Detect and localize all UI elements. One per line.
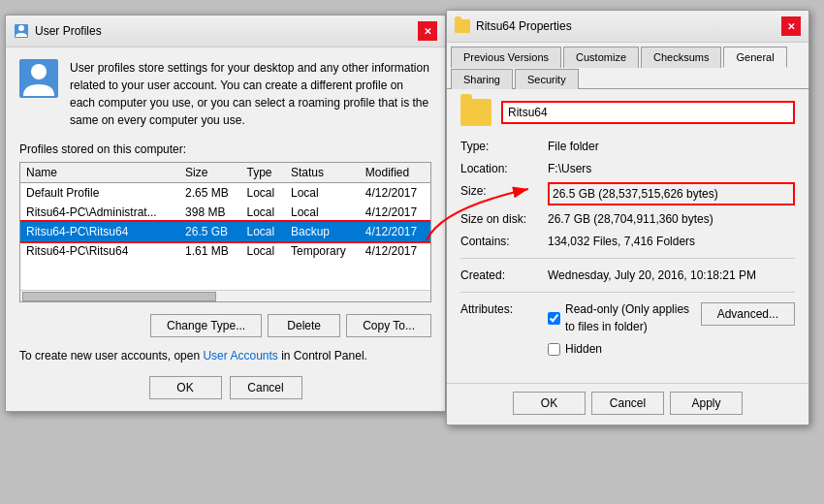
properties-titlebar: Ritsu64 Properties ✕ bbox=[447, 11, 808, 43]
row-size: 26.5 GB bbox=[179, 222, 240, 241]
row-name: Ritsu64-PC\Ritsu64 bbox=[20, 222, 179, 241]
delete-button[interactable]: Delete bbox=[268, 314, 340, 337]
tab-sharing[interactable]: Sharing bbox=[451, 69, 513, 89]
size-on-disk-value: 26.7 GB (28,704,911,360 bytes) bbox=[548, 210, 795, 228]
col-name: Name bbox=[20, 163, 179, 183]
row-type: Local bbox=[241, 183, 286, 204]
col-status: Status bbox=[285, 163, 360, 183]
tab-customize[interactable]: Customize bbox=[563, 47, 639, 68]
folder-icon-large bbox=[460, 99, 491, 126]
copy-to-button[interactable]: Copy To... bbox=[346, 314, 431, 337]
row-size: 2.65 MB bbox=[179, 183, 240, 204]
tab-checksums[interactable]: Checksums bbox=[641, 47, 721, 68]
horizontal-scrollbar[interactable] bbox=[20, 290, 430, 301]
info-section: User profiles store settings for your de… bbox=[19, 59, 431, 129]
table-row-selected[interactable]: Ritsu64-PC\Ritsu64 26.5 GB Local Backup … bbox=[20, 222, 430, 241]
row-status: Temporary bbox=[285, 241, 360, 261]
user-profiles-dialog: User Profiles ✕ User profiles store sett… bbox=[5, 15, 446, 412]
properties-body: Type: File folder Location: F:\Users Siz… bbox=[447, 89, 808, 377]
profile-action-buttons: Change Type... Delete Copy To... bbox=[19, 314, 431, 337]
properties-title: Ritsu64 Properties bbox=[476, 19, 572, 33]
created-value: Wednesday, July 20, 2016, 10:18:21 PM bbox=[548, 267, 795, 284]
attributes-label: Attributes: bbox=[460, 300, 548, 362]
row-status: Local bbox=[285, 183, 360, 204]
advanced-button[interactable]: Advanced... bbox=[701, 302, 795, 326]
user-accounts-link[interactable]: User Accounts bbox=[203, 349, 277, 362]
user-profiles-body: User profiles store settings for your de… bbox=[6, 47, 445, 411]
type-label: Type: bbox=[460, 138, 548, 155]
change-type-button[interactable]: Change Type... bbox=[150, 314, 262, 337]
row-modified: 4/12/2017 bbox=[360, 203, 430, 222]
contains-value: 134,032 Files, 7,416 Folders bbox=[548, 233, 795, 250]
divider2 bbox=[460, 292, 795, 293]
row-modified: 4/12/2017 bbox=[360, 222, 430, 241]
info-text: User profiles store settings for your de… bbox=[70, 59, 431, 129]
attrs-row: Read-only (Only applies to files in fold… bbox=[548, 300, 795, 362]
props-size-on-disk-row: Size on disk: 26.7 GB (28,704,911,360 by… bbox=[460, 210, 795, 228]
table-row[interactable]: Ritsu64-PC\Ritsu64 1.61 MB Local Tempora… bbox=[20, 241, 430, 261]
table-row[interactable]: Default Profile 2.65 MB Local Local 4/12… bbox=[20, 183, 430, 204]
user-profiles-title: User Profiles bbox=[35, 24, 102, 38]
scrollbar-thumb[interactable] bbox=[22, 292, 216, 301]
divider bbox=[460, 258, 795, 259]
props-size-row: Size: 26.5 GB (28,537,515,626 bytes) bbox=[460, 182, 795, 205]
size-value: 26.5 GB (28,537,515,626 bytes) bbox=[548, 182, 795, 205]
attributes-section: Attributes: Read-only (Only applies to f… bbox=[460, 300, 795, 362]
readonly-label: Read-only (Only applies to files in fold… bbox=[565, 300, 701, 335]
type-value: File folder bbox=[548, 138, 795, 155]
props-location-row: Location: F:\Users bbox=[460, 160, 795, 177]
folder-icon-small bbox=[455, 19, 470, 33]
row-type: Local bbox=[241, 203, 286, 222]
size-on-disk-label: Size on disk: bbox=[460, 210, 548, 228]
props-titlebar-left: Ritsu64 Properties bbox=[455, 19, 572, 33]
svg-point-1 bbox=[18, 25, 24, 31]
readonly-checkbox[interactable] bbox=[548, 312, 560, 325]
user-profiles-close-button[interactable]: ✕ bbox=[418, 21, 437, 41]
tab-security[interactable]: Security bbox=[515, 69, 579, 89]
titlebar-left: User Profiles bbox=[14, 23, 102, 39]
user-profiles-icon bbox=[14, 23, 29, 39]
col-type: Type bbox=[241, 163, 286, 183]
row-name: Ritsu64-PC\Ritsu64 bbox=[20, 241, 179, 261]
props-cancel-button[interactable]: Cancel bbox=[591, 392, 664, 415]
profiles-table-wrapper: Name Size Type Status Modified Default P… bbox=[19, 162, 431, 302]
row-status: Local bbox=[285, 203, 360, 222]
table-header-row: Name Size Type Status Modified bbox=[20, 163, 430, 183]
hidden-checkbox[interactable] bbox=[548, 343, 560, 356]
props-created-row: Created: Wednesday, July 20, 2016, 10:18… bbox=[460, 267, 795, 284]
ok-button[interactable]: OK bbox=[149, 376, 222, 399]
attrs-checkboxes: Read-only (Only applies to files in fold… bbox=[548, 300, 701, 362]
row-status: Backup bbox=[285, 222, 360, 241]
col-modified: Modified bbox=[360, 163, 430, 183]
hidden-row: Hidden bbox=[548, 340, 701, 358]
tab-general[interactable]: General bbox=[723, 47, 786, 68]
folder-name-input[interactable] bbox=[501, 101, 795, 124]
location-label: Location: bbox=[460, 160, 548, 177]
props-contains-row: Contains: 134,032 Files, 7,416 Folders bbox=[460, 233, 795, 250]
row-name: Default Profile bbox=[20, 183, 179, 204]
created-label: Created: bbox=[460, 267, 548, 284]
props-type-row: Type: File folder bbox=[460, 138, 795, 155]
size-label: Size: bbox=[460, 182, 548, 205]
row-type: Local bbox=[241, 222, 286, 241]
col-size: Size bbox=[179, 163, 240, 183]
location-value: F:\Users bbox=[548, 160, 795, 177]
attributes-row: Attributes: Read-only (Only applies to f… bbox=[460, 300, 795, 362]
properties-close-button[interactable]: ✕ bbox=[781, 16, 801, 36]
contains-label: Contains: bbox=[460, 233, 548, 250]
props-ok-button[interactable]: OK bbox=[513, 392, 586, 415]
cancel-button[interactable]: Cancel bbox=[230, 376, 302, 399]
tabs-bar: Previous Versions Customize Checksums Ge… bbox=[447, 43, 808, 89]
folder-name-row bbox=[460, 99, 795, 126]
tab-previous-versions[interactable]: Previous Versions bbox=[451, 47, 561, 68]
props-apply-button[interactable]: Apply bbox=[670, 392, 743, 415]
hidden-label: Hidden bbox=[565, 340, 602, 358]
user-avatar-icon bbox=[19, 59, 58, 98]
user-profiles-titlebar: User Profiles ✕ bbox=[6, 16, 445, 47]
properties-ok-cancel: OK Cancel Apply bbox=[447, 383, 808, 425]
properties-dialog: Ritsu64 Properties ✕ Previous Versions C… bbox=[446, 10, 809, 425]
row-size: 398 MB bbox=[179, 203, 240, 222]
table-row[interactable]: Ritsu64-PC\Administrat... 398 MB Local L… bbox=[20, 203, 430, 222]
profiles-table: Name Size Type Status Modified Default P… bbox=[20, 163, 430, 290]
row-type: Local bbox=[241, 241, 286, 261]
